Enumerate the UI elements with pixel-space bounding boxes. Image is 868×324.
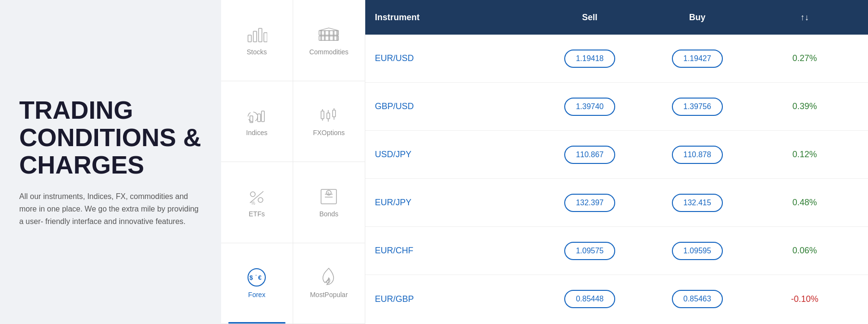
buy-price[interactable]: 1.39756 — [672, 98, 723, 116]
buy-price[interactable]: 1.09595 — [672, 242, 723, 260]
header-buy: Buy — [644, 12, 751, 23]
buy-price[interactable]: 1.19427 — [672, 50, 723, 68]
table-row: EUR/USD 1.19418 1.19427 0.27% — [365, 35, 868, 83]
svg-rect-12 — [258, 114, 260, 122]
change-value: 0.12% — [751, 150, 858, 160]
table-row: EUR/GBP 0.85448 0.85463 -0.10% — [365, 275, 868, 323]
forex-icon: $ - € — [245, 268, 268, 287]
buy-cell: 1.09595 — [644, 242, 751, 260]
category-grid: Stocks Commodities — [221, 0, 365, 324]
svg-rect-8 — [329, 30, 330, 40]
svg-text:-: - — [255, 272, 257, 277]
category-commodities[interactable]: Commodities — [293, 0, 365, 81]
header-sell: Sell — [536, 12, 644, 23]
buy-cell: 1.19427 — [644, 50, 751, 68]
svg-text:€: € — [258, 274, 261, 281]
svg-rect-6 — [321, 30, 322, 40]
table-body: EUR/USD 1.19418 1.19427 0.27% GBP/USD 1.… — [365, 35, 868, 324]
sell-cell: 1.09575 — [536, 242, 644, 260]
main-title: TRADINGCONDITIONS &CHARGES — [19, 97, 202, 179]
change-value: 0.48% — [751, 198, 858, 208]
percent-icon: % — [245, 187, 268, 206]
commodities-icon — [317, 25, 340, 44]
svg-rect-15 — [321, 111, 324, 119]
category-fxoptions[interactable]: FXOptions — [293, 81, 365, 162]
change-value: -0.10% — [751, 294, 858, 304]
forex-label: Forex — [248, 291, 265, 299]
bonds-icon: $ — [317, 187, 340, 206]
indices-label: Indices — [246, 129, 267, 137]
instrument-name: EUR/CHF — [375, 246, 536, 256]
buy-cell: 110.878 — [644, 146, 751, 164]
change-value: 0.27% — [751, 53, 858, 63]
buy-cell: 1.39756 — [644, 98, 751, 116]
buy-price[interactable]: 132.415 — [672, 194, 723, 212]
svg-point-24 — [250, 192, 255, 197]
category-bonds[interactable]: $ Bonds — [293, 162, 365, 243]
buy-price[interactable]: 110.878 — [672, 146, 723, 164]
category-forex[interactable]: $ - € Forex — [221, 243, 293, 324]
category-stocks[interactable]: Stocks — [221, 0, 293, 81]
commodities-label: Commodities — [309, 48, 348, 56]
buy-cell: 132.415 — [644, 194, 751, 212]
svg-rect-9 — [333, 30, 334, 40]
sell-price[interactable]: 110.867 — [564, 146, 615, 164]
svg-text:$: $ — [327, 191, 330, 195]
etfs-label: ETFs — [249, 210, 265, 218]
trading-table: Instrument Sell Buy ↑↓ EUR/USD 1.19418 1… — [365, 0, 868, 324]
table-header: Instrument Sell Buy ↑↓ — [365, 0, 868, 35]
svg-rect-0 — [248, 35, 251, 42]
indices-icon — [245, 106, 268, 125]
buy-cell: 0.85463 — [644, 290, 751, 308]
sell-cell: 1.19418 — [536, 50, 644, 68]
svg-point-25 — [258, 198, 263, 202]
sell-cell: 0.85448 — [536, 290, 644, 308]
svg-text:$: $ — [249, 274, 253, 281]
subtitle: All our instruments, Indices, FX, commod… — [19, 190, 202, 227]
header-instrument: Instrument — [375, 12, 536, 23]
header-change: ↑↓ — [751, 12, 858, 23]
sell-cell: 110.867 — [536, 146, 644, 164]
instrument-name: EUR/USD — [375, 53, 536, 63]
sell-price[interactable]: 0.85448 — [564, 290, 615, 308]
svg-rect-1 — [253, 31, 257, 42]
change-value: 0.39% — [751, 101, 858, 112]
sell-cell: 132.397 — [536, 194, 644, 212]
category-etfs[interactable]: % ETFs — [221, 162, 293, 243]
svg-rect-2 — [259, 28, 262, 42]
left-section: TRADINGCONDITIONS &CHARGES All our instr… — [0, 0, 221, 324]
instrument-name: USD/JPY — [375, 150, 536, 160]
svg-text:%: % — [251, 200, 255, 206]
instrument-name: EUR/GBP — [375, 294, 536, 304]
flame-icon — [317, 268, 340, 287]
sell-price[interactable]: 1.19418 — [564, 50, 615, 68]
stocks-label: Stocks — [247, 48, 267, 56]
instrument-name: GBP/USD — [375, 101, 536, 112]
category-mostpopular[interactable]: MostPopular — [293, 243, 365, 324]
mostpopular-label: MostPopular — [310, 291, 348, 299]
buy-price[interactable]: 0.85463 — [672, 290, 723, 308]
sell-cell: 1.39740 — [536, 98, 644, 116]
svg-rect-3 — [264, 33, 267, 42]
sell-price[interactable]: 1.09575 — [564, 242, 615, 260]
svg-rect-7 — [324, 30, 325, 40]
table-row: EUR/JPY 132.397 132.415 0.48% — [365, 179, 868, 227]
fxoptions-label: FXOptions — [313, 129, 345, 137]
category-indices[interactable]: Indices — [221, 81, 293, 162]
candles-icon — [317, 106, 340, 125]
change-value: 0.06% — [751, 246, 858, 256]
sell-price[interactable]: 132.397 — [564, 194, 615, 212]
sell-price[interactable]: 1.39740 — [564, 98, 615, 116]
svg-rect-13 — [261, 111, 264, 122]
table-row: GBP/USD 1.39740 1.39756 0.39% — [365, 83, 868, 131]
svg-rect-10 — [337, 30, 338, 40]
bar-chart-icon — [245, 25, 268, 44]
svg-rect-18 — [327, 113, 330, 119]
svg-rect-21 — [333, 110, 335, 117]
bonds-label: Bonds — [319, 210, 338, 218]
table-row: USD/JPY 110.867 110.878 0.12% — [365, 131, 868, 179]
instrument-name: EUR/JPY — [375, 198, 536, 208]
table-row: EUR/CHF 1.09575 1.09595 0.06% — [365, 227, 868, 275]
